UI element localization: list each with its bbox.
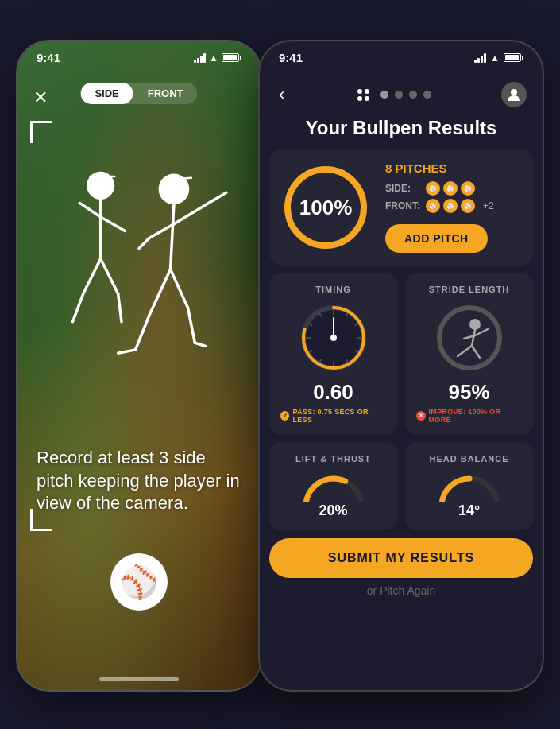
profile-button[interactable]: [501, 82, 527, 107]
left-phone: 9:41 ▲ ✕ SIDE FRONT: [16, 40, 262, 692]
svg-point-40: [330, 335, 337, 341]
side-camera-row: SIDE: ⚾ ⚾ ⚾: [385, 181, 520, 196]
front-dot-2: ⚾: [443, 199, 458, 213]
left-status-bar: 9:41 ▲: [17, 51, 261, 64]
timing-gauge: [298, 302, 369, 374]
svg-line-7: [101, 259, 118, 294]
svg-line-17: [136, 315, 150, 350]
right-phone: 9:41 ▲ ‹: [258, 40, 544, 692]
side-label: SIDE:: [385, 183, 421, 194]
submit-section: SUBMIT MY RESULTS or Pitch Again: [269, 538, 533, 597]
pitch-count: 8 PITCHES: [385, 161, 520, 175]
svg-line-46: [458, 346, 472, 356]
svg-point-51: [442, 479, 497, 503]
head-label: HEAD BALANCE: [430, 454, 509, 463]
nav-dot-3[interactable]: [409, 91, 417, 99]
head-balance-card: HEAD BALANCE 14°: [405, 443, 533, 530]
top-results-card: 100% 8 PITCHES SIDE: ⚾ ⚾ ⚾ FRONT: ⚾: [269, 149, 533, 266]
record-instructions: Record at least 3 side pitch keeping the…: [17, 447, 261, 515]
svg-line-8: [118, 294, 122, 322]
stride-length-card: STRIDE LENGTH: [405, 273, 533, 435]
pass-icon: ✓: [280, 411, 289, 421]
left-time: 9:41: [37, 51, 60, 64]
side-view-button[interactable]: SIDE: [80, 83, 133, 104]
or-pitch-label[interactable]: or Pitch Again: [269, 584, 533, 597]
timing-label: TIMING: [315, 285, 351, 294]
grid-icon: [357, 89, 369, 101]
svg-line-4: [101, 217, 126, 231]
pitch-info: 8 PITCHES SIDE: ⚾ ⚾ ⚾ FRONT: ⚾ ⚾ ⚾: [385, 161, 520, 253]
svg-line-5: [83, 259, 101, 294]
front-dots: ⚾ ⚾ ⚾: [426, 199, 475, 213]
svg-line-16: [149, 269, 170, 315]
right-time: 9:41: [279, 51, 303, 64]
svg-line-15: [139, 238, 149, 248]
svg-line-19: [188, 308, 195, 343]
front-camera-row: FRONT: ⚾ ⚾ ⚾ +2: [385, 199, 520, 213]
pitcher-illustration: [41, 129, 237, 431]
notch: [353, 41, 449, 62]
svg-line-14: [149, 224, 174, 238]
stride-value: 95%: [448, 380, 489, 405]
nav-dot-2[interactable]: [395, 91, 403, 99]
right-header: ‹: [260, 81, 543, 108]
stride-figure: [434, 302, 505, 374]
side-dot-3: ⚾: [461, 181, 475, 196]
svg-point-22: [511, 89, 517, 95]
metrics-grid: TIMING: [269, 273, 533, 435]
svg-line-6: [73, 294, 83, 322]
improve-icon: ✕: [416, 411, 426, 421]
right-status-icons: ▲: [474, 52, 523, 64]
results-content: Your Bullpen Results 100% 8 PITCHES SIDE…: [269, 117, 533, 674]
submit-button[interactable]: SUBMIT MY RESULTS: [269, 538, 533, 578]
svg-point-50: [442, 479, 497, 503]
page-nav: [357, 89, 431, 101]
score-percent: 100%: [299, 195, 353, 219]
svg-point-42: [469, 319, 481, 330]
wifi-icon: ▲: [490, 52, 500, 64]
svg-line-12: [174, 203, 209, 223]
nav-dot-4[interactable]: [423, 91, 431, 99]
head-value: 14°: [458, 502, 480, 519]
svg-point-48: [306, 479, 361, 503]
wifi-icon: ▲: [209, 52, 218, 64]
signal-icon: [474, 53, 486, 63]
svg-line-13: [209, 192, 226, 203]
svg-line-11: [171, 204, 174, 269]
svg-line-3: [79, 203, 100, 217]
view-toggle: SIDE FRONT: [80, 83, 197, 104]
home-indicator: [99, 677, 179, 681]
svg-line-43: [472, 330, 475, 346]
stride-label: STRIDE LENGTH: [429, 285, 510, 294]
add-pitch-button[interactable]: ADD PITCH: [385, 224, 488, 253]
front-label: FRONT:: [385, 200, 421, 211]
timing-card: TIMING: [269, 273, 397, 435]
baseball-record-button[interactable]: ⚾: [110, 553, 168, 611]
side-dots: ⚾ ⚾ ⚾: [426, 181, 475, 196]
front-dot-1: ⚾: [426, 199, 440, 213]
lift-label: LIFT & THRUST: [295, 454, 371, 463]
lift-thrust-card: LIFT & THRUST 20%: [269, 443, 397, 530]
front-view-button[interactable]: FRONT: [133, 83, 198, 104]
svg-line-18: [171, 269, 188, 308]
svg-line-44: [475, 329, 488, 335]
battery-icon: [222, 53, 241, 62]
lift-value: 20%: [319, 502, 347, 519]
svg-line-21: [195, 343, 205, 346]
stride-status: ✕ IMPROVE: 100% OR MORE: [416, 408, 522, 424]
side-dot-1: ⚾: [426, 181, 440, 196]
svg-point-49: [306, 479, 361, 503]
signal-icon: [194, 53, 206, 63]
front-dot-3: ⚾: [461, 199, 475, 213]
close-button[interactable]: ✕: [33, 87, 48, 108]
back-button[interactable]: ‹: [276, 81, 288, 108]
svg-line-47: [472, 346, 480, 358]
battery-icon: [504, 53, 523, 62]
results-title: Your Bullpen Results: [269, 117, 533, 139]
score-circle: 100%: [282, 164, 369, 251]
svg-line-20: [118, 350, 136, 353]
front-extra: +2: [483, 200, 494, 211]
timing-status: ✓ PASS: 0.75 SECS OR LESS: [280, 408, 386, 424]
nav-dot-1[interactable]: [380, 91, 388, 99]
baseball-icon: ⚾: [119, 564, 159, 601]
